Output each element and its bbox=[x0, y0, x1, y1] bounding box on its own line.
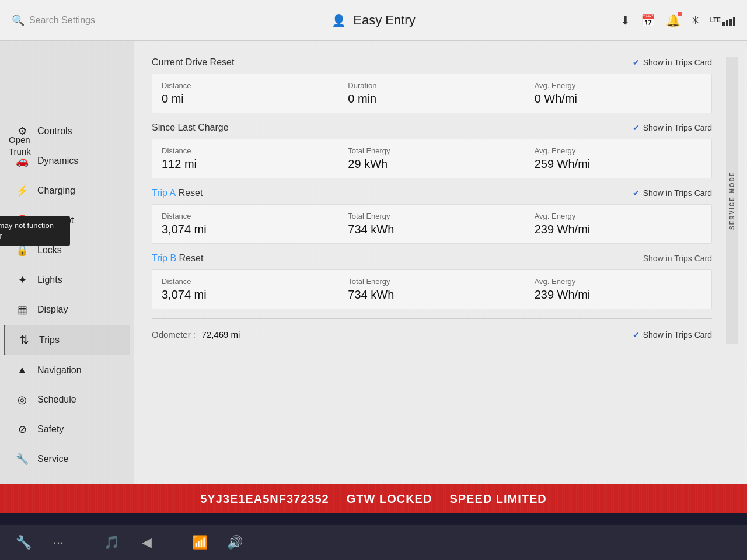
slc-distance-cell: Distance 112 mi bbox=[152, 139, 338, 178]
trip-a-avg-energy-label: Avg. Energy bbox=[535, 212, 702, 220]
odometer-show-trips-label: Show in Trips Card bbox=[643, 330, 712, 340]
taskbar-icon-wrench[interactable]: 🔧 bbox=[12, 531, 35, 554]
trip-b-avg-energy-value: 239 Wh/mi bbox=[535, 288, 702, 302]
sidebar-item-safety[interactable]: ⊘ Safety bbox=[4, 415, 130, 444]
sidebar-lights-label: Lights bbox=[37, 275, 62, 285]
current-drive-reset[interactable]: Reset bbox=[210, 57, 235, 67]
easy-entry-label: Easy Entry bbox=[353, 13, 415, 28]
search-area[interactable]: 🔍 Search Settings bbox=[12, 14, 620, 27]
trip-a-distance-label: Distance bbox=[162, 212, 329, 220]
sidebar-charging-label: Charging bbox=[37, 186, 75, 196]
sidebar-display-label: Display bbox=[37, 304, 68, 315]
sidebar: nes may not function cover OpenTrunk ⚙ C… bbox=[0, 41, 134, 484]
person-icon: 👤 bbox=[331, 13, 346, 27]
trip-b-title-row: Trip B Reset bbox=[152, 253, 203, 264]
current-drive-distance-value: 0 mi bbox=[162, 92, 329, 106]
odometer-check-icon: ✔ bbox=[633, 330, 640, 340]
sidebar-nav: ⚙ Controls 🚗 Dynamics ⚡ Charging 🎯 Autop… bbox=[0, 117, 134, 474]
signal-bars-icon bbox=[722, 15, 735, 26]
trip-b-reset[interactable]: Reset bbox=[179, 253, 204, 263]
sidebar-item-trips[interactable]: ⇅ Trips bbox=[4, 325, 130, 355]
sidebar-item-charging[interactable]: ⚡ Charging bbox=[4, 176, 130, 205]
status-gtw: GTW LOCKED bbox=[347, 492, 432, 506]
sidebar-item-schedule[interactable]: ◎ Schedule bbox=[4, 385, 130, 414]
notification-icon[interactable]: 🔔 bbox=[666, 13, 680, 27]
current-drive-check-icon: ✔ bbox=[633, 58, 640, 67]
status-bar: 5YJ3E1EA5NF372352 GTW LOCKED SPEED LIMIT… bbox=[0, 484, 747, 513]
slc-total-energy-label: Total Energy bbox=[348, 146, 515, 155]
trip-a-data: Distance 3,074 mi Total Energy 734 kWh A… bbox=[152, 204, 712, 244]
trip-a-distance-cell: Distance 3,074 mi bbox=[152, 205, 338, 243]
calendar-icon[interactable]: 📅 bbox=[641, 13, 655, 27]
charging-icon: ⚡ bbox=[15, 184, 29, 197]
trip-a-show-trips[interactable]: ✔ Show in Trips Card bbox=[633, 188, 712, 198]
taskbar-icon-music[interactable]: 🎵 bbox=[100, 531, 123, 554]
sidebar-item-service[interactable]: 🔧 Service bbox=[4, 444, 130, 474]
odometer-text-group: Odometer : 72,469 mi bbox=[152, 330, 240, 340]
since-last-charge-header: Since Last Charge ✔ Show in Trips Card bbox=[152, 123, 712, 133]
sidebar-dynamics-label: Dynamics bbox=[37, 156, 78, 166]
current-drive-title-row: Current Drive Reset bbox=[152, 57, 234, 68]
odometer-show-trips[interactable]: ✔ Show in Trips Card bbox=[633, 330, 712, 340]
odometer-value: 72,469 mi bbox=[201, 330, 240, 340]
trip-b-avg-energy-cell: Avg. Energy 239 Wh/mi bbox=[525, 270, 711, 309]
download-icon[interactable]: ⬇ bbox=[620, 13, 630, 27]
current-drive-energy-value: 0 Wh/mi bbox=[535, 92, 702, 106]
service-icon: 🔧 bbox=[15, 453, 29, 466]
taskbar: 🔧 ··· 🎵 ◀ 📶 🔊 bbox=[0, 525, 747, 560]
since-last-charge-show-trips[interactable]: ✔ Show in Trips Card bbox=[633, 123, 712, 132]
trip-a-show-trips-label: Show in Trips Card bbox=[643, 188, 712, 198]
trip-b-distance-label: Distance bbox=[162, 277, 329, 286]
trip-a-energy-cell: Total Energy 734 kWh bbox=[338, 205, 525, 243]
lights-icon: ✦ bbox=[15, 274, 29, 286]
main-content: nes may not function cover OpenTrunk ⚙ C… bbox=[0, 41, 747, 484]
taskbar-icon-volume[interactable]: 🔊 bbox=[223, 531, 246, 554]
trip-a-title-row: Trip A Reset bbox=[152, 188, 203, 198]
taskbar-icon-wifi[interactable]: 📶 bbox=[188, 531, 211, 554]
search-placeholder: Search Settings bbox=[29, 15, 95, 26]
safety-icon: ⊘ bbox=[15, 423, 29, 436]
odometer-row: Odometer : 72,469 mi ✔ Show in Trips Car… bbox=[152, 326, 712, 344]
trip-a-distance-value: 3,074 mi bbox=[162, 223, 329, 236]
ltc-label: LTE bbox=[710, 17, 721, 23]
trip-a-reset[interactable]: Reset bbox=[179, 188, 203, 198]
trip-b-data: Distance 3,074 mi Total Energy 734 kWh A… bbox=[152, 270, 712, 309]
sidebar-item-lights[interactable]: ✦ Lights bbox=[4, 265, 130, 295]
signal-area: LTE bbox=[710, 15, 735, 26]
display-icon: ▦ bbox=[15, 303, 29, 316]
bluetooth-icon[interactable]: ✳ bbox=[691, 14, 700, 27]
trips-icon: ⇅ bbox=[17, 333, 31, 347]
sidebar-item-display[interactable]: ▦ Display bbox=[4, 295, 130, 324]
schedule-icon: ◎ bbox=[15, 393, 29, 406]
open-trunk-button[interactable]: OpenTrunk bbox=[9, 134, 31, 157]
current-drive-show-trips[interactable]: ✔ Show in Trips Card bbox=[633, 58, 712, 67]
sidebar-service-label: Service bbox=[37, 454, 68, 464]
sidebar-item-navigation[interactable]: ▲ Navigation bbox=[4, 356, 130, 384]
current-drive-distance-label: Distance bbox=[162, 81, 329, 90]
trip-b-show-trips[interactable]: Show in Trips Card bbox=[643, 254, 712, 263]
open-trunk-text: OpenTrunk bbox=[9, 135, 31, 156]
taskbar-icon-back[interactable]: ◀ bbox=[135, 531, 158, 554]
since-last-charge-check-icon: ✔ bbox=[633, 123, 640, 132]
current-drive-title: Current Drive bbox=[152, 57, 207, 67]
trip-b-header: Trip B Reset Show in Trips Card bbox=[152, 253, 712, 264]
odometer-label: Odometer : bbox=[152, 330, 196, 340]
trip-b-distance-cell: Distance 3,074 mi bbox=[152, 270, 338, 309]
since-last-charge-title: Since Last Charge bbox=[152, 123, 229, 133]
trip-a-title: Trip A bbox=[152, 188, 176, 198]
search-icon: 🔍 bbox=[12, 14, 25, 27]
navigation-icon: ▲ bbox=[15, 364, 29, 376]
tooltip-overlay: nes may not function cover bbox=[0, 216, 70, 246]
sidebar-safety-label: Safety bbox=[37, 424, 64, 435]
current-drive-data: Distance 0 mi Duration 0 min Avg. Energy… bbox=[152, 74, 712, 113]
current-drive-header: Current Drive Reset ✔ Show in Trips Card bbox=[152, 57, 712, 68]
since-last-charge-show-trips-label: Show in Trips Card bbox=[643, 123, 712, 132]
taskbar-icon-dots[interactable]: ··· bbox=[47, 531, 70, 554]
trip-a-header: Trip A Reset ✔ Show in Trips Card bbox=[152, 188, 712, 198]
sidebar-trips-label: Trips bbox=[39, 335, 60, 345]
slc-avg-energy-label: Avg. Energy bbox=[535, 146, 702, 155]
taskbar-separator-1 bbox=[85, 534, 85, 551]
screen: 🔍 Search Settings 👤 Easy Entry ⬇ 📅 🔔 ✳ L… bbox=[0, 0, 747, 513]
sidebar-locks-label: Locks bbox=[37, 245, 62, 256]
slc-total-energy-value: 29 kWh bbox=[348, 158, 515, 171]
